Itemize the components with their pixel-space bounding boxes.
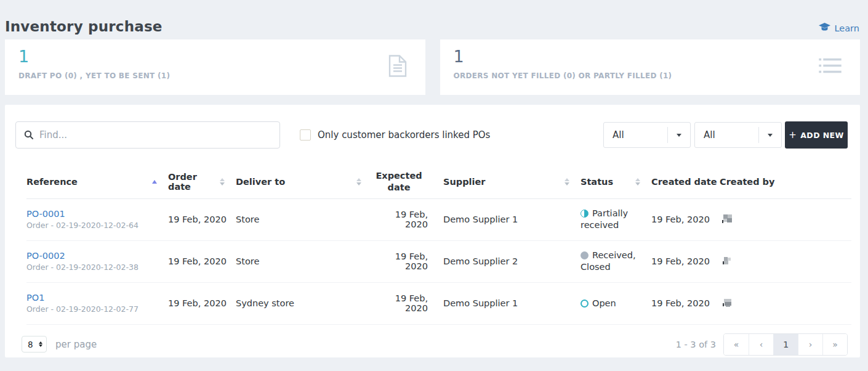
- created-date-cell: 19 Feb, 2020: [651, 240, 720, 282]
- created-by-cell: [720, 198, 851, 240]
- page-title: Inventory purchase: [5, 18, 163, 35]
- supplier-cell: Demo Supplier 1: [428, 198, 581, 240]
- po-reference-link[interactable]: PO-0001: [26, 209, 65, 219]
- sort-icon: [565, 178, 569, 186]
- table-row: PO-0001 Order - 02-19-2020-12-02-64 19 F…: [26, 198, 851, 240]
- draft-po-label: DRAFT PO (0) , YET TO BE SENT (1): [18, 71, 425, 80]
- reference-cell: PO-0001 Order - 02-19-2020-12-02-64: [26, 198, 168, 240]
- column-header-created-by: Created by: [720, 165, 851, 198]
- column-header-status[interactable]: Status: [581, 165, 651, 198]
- inventory-purchase-page: Inventory purchase Learn 1 DRAFT PO (0) …: [0, 0, 868, 357]
- avatar: [720, 213, 736, 227]
- created-by-cell: [720, 282, 851, 324]
- column-header-supplier[interactable]: Supplier: [428, 165, 581, 198]
- toolbar: Only customer backorders linked POs All …: [5, 105, 860, 149]
- table-row: PO-0002 Order - 02-19-2020-12-02-38 19 F…: [26, 240, 851, 282]
- filter-dropdown-1[interactable]: All: [603, 122, 691, 148]
- search-box: [15, 121, 280, 149]
- sort-icon: [635, 178, 640, 186]
- sort-icon: [220, 178, 225, 186]
- backorders-checkbox-label: Only customer backorders linked POs: [318, 129, 490, 141]
- order-date-cell: 19 Feb, 2020: [168, 240, 236, 282]
- per-page-value: 8: [28, 340, 33, 349]
- deliver-to-cell: Sydney store: [236, 282, 372, 324]
- add-new-button[interactable]: + ADD NEW: [785, 121, 848, 149]
- reference-cell: PO1 Order - 02-19-2020-12-02-77: [26, 282, 168, 324]
- learn-link[interactable]: Learn: [819, 23, 859, 35]
- column-header-deliver-to[interactable]: Deliver to: [236, 165, 372, 198]
- status-cell: Partially received: [581, 198, 651, 240]
- summary-cards: 1 DRAFT PO (0) , YET TO BE SENT (1) 1 OR…: [5, 39, 860, 95]
- status-cell: Received, Closed: [581, 240, 651, 282]
- created-date-cell: 19 Feb, 2020: [651, 282, 720, 324]
- deliver-to-cell: Store: [236, 240, 372, 282]
- per-page-select[interactable]: 8: [22, 336, 47, 353]
- column-header-reference[interactable]: Reference: [26, 165, 168, 198]
- search-icon: [24, 130, 34, 142]
- table-footer: 8 per page 1 - 3 of 3 « ‹ 1 › »: [5, 333, 860, 356]
- table-header-row: Reference Order date Deliver to Expected…: [26, 165, 851, 198]
- page-number-button[interactable]: 1: [773, 334, 798, 355]
- order-reference-sub: Order - 02-19-2020-12-02-38: [26, 263, 168, 272]
- column-header-order-date[interactable]: Order date: [168, 165, 236, 198]
- po-reference-link[interactable]: PO-0002: [26, 251, 65, 261]
- learn-graduation-cap-icon: [819, 23, 830, 33]
- purchase-orders-table: Reference Order date Deliver to Expected…: [26, 165, 851, 325]
- supplier-cell: Demo Supplier 2: [428, 240, 581, 282]
- backorders-checkbox[interactable]: [300, 129, 311, 141]
- reference-cell: PO-0002 Order - 02-19-2020-12-02-38: [26, 240, 168, 282]
- status-badge: Received, Closed: [581, 250, 636, 272]
- order-date-cell: 19 Feb, 2020: [168, 198, 236, 240]
- filter-dropdown-2-value: All: [695, 129, 758, 141]
- pagination: « ‹ 1 › »: [723, 333, 848, 356]
- avatar: [720, 255, 736, 269]
- spinner-arrows-icon: [39, 341, 42, 347]
- per-page-label: per page: [55, 339, 97, 350]
- results-range-label: 1 - 3 of 3: [676, 340, 716, 349]
- status-received-closed-icon: [581, 251, 589, 259]
- previous-page-button[interactable]: ‹: [749, 334, 773, 355]
- purchase-orders-panel: Only customer backorders linked POs All …: [5, 105, 860, 357]
- expected-date-cell: 19 Feb, 2020: [372, 198, 428, 240]
- table-row: PO1 Order - 02-19-2020-12-02-77 19 Feb, …: [26, 282, 851, 324]
- po-reference-link[interactable]: PO1: [26, 293, 44, 303]
- expected-date-cell: 19 Feb, 2020: [372, 282, 428, 324]
- list-icon: [819, 58, 842, 77]
- summary-card-orders-not-filled[interactable]: 1 ORDERS NOT YET FILLED (0) OR PARTLY FI…: [440, 39, 861, 95]
- supplier-cell: Demo Supplier 1: [428, 282, 581, 324]
- add-new-label: ADD NEW: [800, 131, 843, 140]
- column-header-created-date: Created date: [651, 165, 720, 198]
- deliver-to-cell: Store: [236, 198, 372, 240]
- summary-card-draft-po[interactable]: 1 DRAFT PO (0) , YET TO BE SENT (1): [5, 39, 425, 95]
- status-open-icon: [581, 300, 589, 308]
- filter-dropdown-1-value: All: [604, 129, 667, 141]
- created-date-cell: 19 Feb, 2020: [651, 198, 720, 240]
- chevron-down-icon: [668, 134, 690, 137]
- page-header: Inventory purchase Learn: [0, 0, 868, 35]
- orders-not-filled-count: 1: [454, 47, 861, 66]
- sort-icon: [356, 178, 361, 186]
- chevron-down-icon: [759, 134, 781, 137]
- order-reference-sub: Order - 02-19-2020-12-02-64: [26, 221, 168, 230]
- column-header-expected-date[interactable]: Expected date: [372, 165, 428, 198]
- sort-ascending-icon: [152, 180, 157, 184]
- first-page-button[interactable]: «: [724, 334, 749, 355]
- last-page-button[interactable]: »: [822, 334, 847, 355]
- status-partially-received-icon: [581, 210, 589, 218]
- learn-label: Learn: [834, 23, 859, 33]
- search-input[interactable]: [15, 121, 280, 149]
- expected-date-cell: 19 Feb, 2020: [372, 240, 428, 282]
- draft-po-count: 1: [18, 47, 425, 66]
- plus-icon: +: [789, 131, 797, 140]
- next-page-button[interactable]: ›: [798, 334, 822, 355]
- avatar: [720, 296, 736, 311]
- orders-not-filled-label: ORDERS NOT YET FILLED (0) OR PARTLY FILL…: [454, 71, 861, 80]
- document-icon: [388, 55, 407, 80]
- created-by-cell: [720, 240, 851, 282]
- status-cell: Open: [581, 282, 651, 324]
- order-date-cell: 19 Feb, 2020: [168, 282, 236, 324]
- order-reference-sub: Order - 02-19-2020-12-02-77: [26, 304, 168, 314]
- status-badge: Open: [592, 298, 616, 308]
- filter-dropdown-2[interactable]: All: [694, 122, 782, 148]
